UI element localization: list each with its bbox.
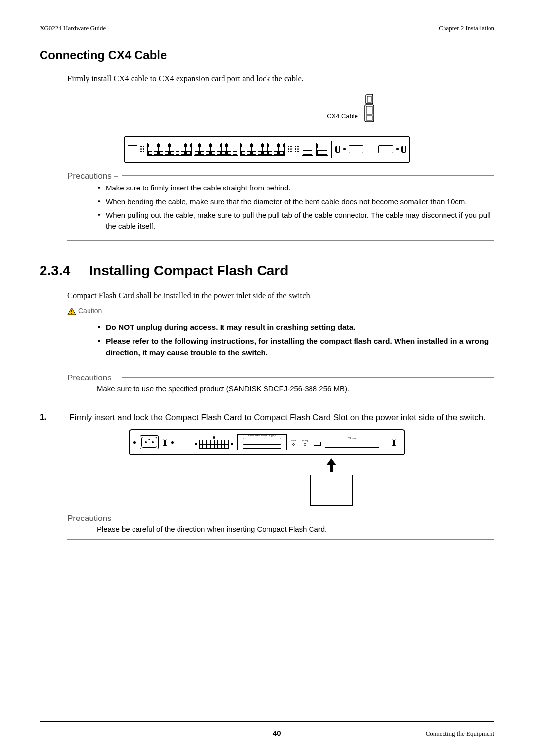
- step-1: 1. Firmly insert and lock the Compact Fl…: [40, 411, 494, 424]
- caution-item: Do NOT unplug during access. It may resu…: [97, 321, 494, 332]
- page-number: 40: [129, 728, 426, 738]
- precautions-cx4: Precautions Make sure to firmly insert t…: [67, 175, 494, 241]
- cf-slot-label: CF card: [348, 437, 356, 440]
- switch-rear-panel-icon: Redundant Power Supply Reset Dump CF car…: [129, 429, 405, 455]
- page-header: XG0224 Hardware Guide Chapter 2 Installa…: [40, 24, 494, 35]
- power-inlet-icon: [141, 437, 157, 448]
- figure-cf-install: Redundant Power Supply Reset Dump CF car…: [40, 429, 494, 506]
- vent-icon: [199, 440, 229, 449]
- precautions-title: Precautions: [67, 513, 122, 524]
- section-cx4-intro: Firmly install CX4 cable to CX4 expansio…: [67, 73, 494, 84]
- caution-item: Please refer to the following instructio…: [97, 335, 494, 359]
- reset-dump-area: Reset Dump: [291, 439, 321, 446]
- precaution-item: When pulling out the cable, make sure to…: [97, 210, 494, 232]
- step-text: Firmly insert and lock the Compact Flash…: [69, 411, 494, 424]
- precaution-item: Make sure to firmly insert the cable str…: [97, 183, 494, 193]
- caution-block: Caution Do NOT unplug during access. It …: [67, 306, 494, 367]
- dump-label: Dump: [302, 439, 309, 442]
- cx4-cable-label: CX4 Cable: [327, 112, 358, 121]
- svg-rect-9: [71, 313, 72, 314]
- insert-arrow-icon: [310, 458, 353, 506]
- precautions-title: Precautions: [67, 170, 122, 182]
- svg-rect-8: [71, 310, 72, 312]
- page-footer: 40 Connecting the Equipment: [40, 721, 494, 738]
- section-number: 2.3.4: [40, 261, 70, 280]
- precautions-title: Precautions: [67, 372, 122, 384]
- header-right: Chapter 2 Installation: [439, 24, 494, 33]
- thumbscrew-icon: [335, 146, 340, 153]
- cf-slot-icon: [325, 442, 379, 447]
- precautions-cf-direction: Precautions Please be careful of the dir…: [67, 518, 494, 540]
- switch-front-panel-icon: [124, 136, 410, 163]
- thumbscrew-icon: [401, 146, 406, 153]
- reset-label: Reset: [291, 439, 296, 442]
- step-number: 1.: [40, 411, 49, 424]
- section-cf-intro: Compact Flash Card shall be installed in…: [67, 290, 494, 301]
- precautions-cf-spec: Precautions Make sure to use the specifi…: [67, 377, 494, 399]
- section-title: Installing Compact Flash Card: [89, 261, 288, 280]
- figure-cx4-cable: CX4 Cable: [40, 94, 494, 163]
- header-left: XG0224 Hardware Guide: [40, 24, 106, 33]
- precaution-item: When bending the cable, make sure that t…: [97, 196, 494, 207]
- cf-card-icon: [310, 475, 353, 506]
- thumbscrew-icon: [392, 439, 396, 446]
- precaution-text: Make sure to use the specified product (…: [97, 384, 349, 393]
- section-cf-heading: 2.3.4 Installing Compact Flash Card: [40, 261, 494, 280]
- precaution-text: Please be careful of the direction when …: [97, 525, 327, 533]
- footer-section-name: Connecting the Equipment: [426, 729, 494, 738]
- cx4-connector-icon: [361, 94, 375, 137]
- section-cx4-title: Connecting CX4 Cable: [40, 47, 494, 64]
- psu-label: Redundant Power Supply: [238, 434, 286, 437]
- caution-label: Caution: [78, 306, 102, 316]
- thumbscrew-icon: [163, 439, 167, 446]
- redundant-psu-slot-icon: Redundant Power Supply: [237, 434, 287, 450]
- warning-icon: [67, 307, 76, 315]
